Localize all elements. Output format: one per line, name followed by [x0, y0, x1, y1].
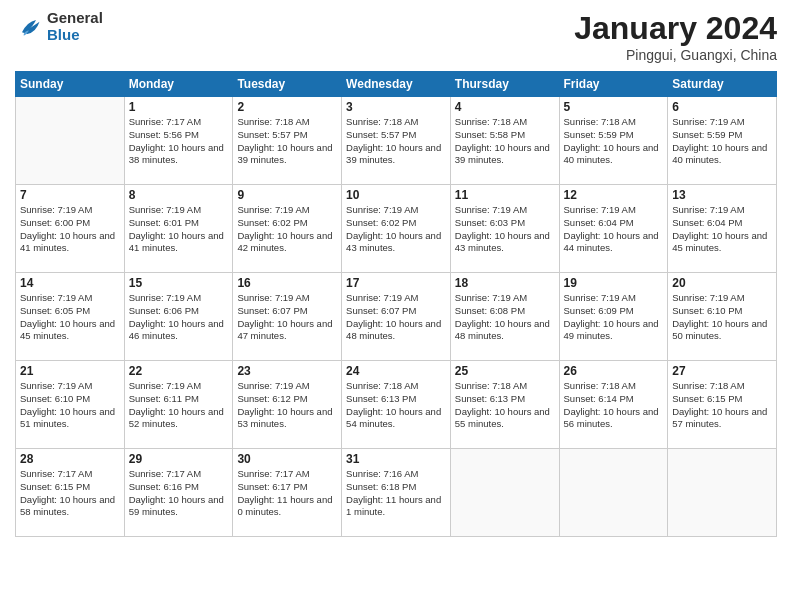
- day-number: 22: [129, 364, 229, 378]
- day-info: Sunrise: 7:17 AM Sunset: 6:15 PM Dayligh…: [20, 468, 120, 519]
- calendar-week-row: 1Sunrise: 7:17 AM Sunset: 5:56 PM Daylig…: [16, 97, 777, 185]
- day-info: Sunrise: 7:17 AM Sunset: 6:17 PM Dayligh…: [237, 468, 337, 519]
- calendar-cell: 9Sunrise: 7:19 AM Sunset: 6:02 PM Daylig…: [233, 185, 342, 273]
- logo-bird-icon: [15, 13, 43, 41]
- calendar-cell: 1Sunrise: 7:17 AM Sunset: 5:56 PM Daylig…: [124, 97, 233, 185]
- day-info: Sunrise: 7:19 AM Sunset: 6:08 PM Dayligh…: [455, 292, 555, 343]
- calendar-cell: [559, 449, 668, 537]
- day-info: Sunrise: 7:19 AM Sunset: 6:06 PM Dayligh…: [129, 292, 229, 343]
- calendar-cell: 23Sunrise: 7:19 AM Sunset: 6:12 PM Dayli…: [233, 361, 342, 449]
- calendar-cell: 28Sunrise: 7:17 AM Sunset: 6:15 PM Dayli…: [16, 449, 125, 537]
- day-number: 20: [672, 276, 772, 290]
- calendar-cell: 5Sunrise: 7:18 AM Sunset: 5:59 PM Daylig…: [559, 97, 668, 185]
- day-info: Sunrise: 7:18 AM Sunset: 5:59 PM Dayligh…: [564, 116, 664, 167]
- logo-text: General Blue: [47, 10, 103, 43]
- weekday-header-wednesday: Wednesday: [342, 72, 451, 97]
- calendar-cell: 10Sunrise: 7:19 AM Sunset: 6:02 PM Dayli…: [342, 185, 451, 273]
- day-info: Sunrise: 7:17 AM Sunset: 6:16 PM Dayligh…: [129, 468, 229, 519]
- day-info: Sunrise: 7:19 AM Sunset: 5:59 PM Dayligh…: [672, 116, 772, 167]
- day-number: 12: [564, 188, 664, 202]
- day-number: 25: [455, 364, 555, 378]
- day-number: 29: [129, 452, 229, 466]
- day-info: Sunrise: 7:19 AM Sunset: 6:05 PM Dayligh…: [20, 292, 120, 343]
- day-number: 28: [20, 452, 120, 466]
- logo-general-text: General: [47, 10, 103, 27]
- day-number: 15: [129, 276, 229, 290]
- calendar-cell: 30Sunrise: 7:17 AM Sunset: 6:17 PM Dayli…: [233, 449, 342, 537]
- day-info: Sunrise: 7:16 AM Sunset: 6:18 PM Dayligh…: [346, 468, 446, 519]
- day-info: Sunrise: 7:19 AM Sunset: 6:09 PM Dayligh…: [564, 292, 664, 343]
- day-number: 19: [564, 276, 664, 290]
- day-number: 30: [237, 452, 337, 466]
- day-info: Sunrise: 7:19 AM Sunset: 6:04 PM Dayligh…: [564, 204, 664, 255]
- calendar-cell: 12Sunrise: 7:19 AM Sunset: 6:04 PM Dayli…: [559, 185, 668, 273]
- calendar-cell: 14Sunrise: 7:19 AM Sunset: 6:05 PM Dayli…: [16, 273, 125, 361]
- calendar-week-row: 28Sunrise: 7:17 AM Sunset: 6:15 PM Dayli…: [16, 449, 777, 537]
- calendar-cell: 11Sunrise: 7:19 AM Sunset: 6:03 PM Dayli…: [450, 185, 559, 273]
- day-info: Sunrise: 7:18 AM Sunset: 6:14 PM Dayligh…: [564, 380, 664, 431]
- calendar-cell: 2Sunrise: 7:18 AM Sunset: 5:57 PM Daylig…: [233, 97, 342, 185]
- logo-blue-text: Blue: [47, 27, 103, 44]
- weekday-header-friday: Friday: [559, 72, 668, 97]
- day-number: 4: [455, 100, 555, 114]
- calendar-page: General Blue January 2024 Pinggui, Guang…: [0, 0, 792, 612]
- day-number: 9: [237, 188, 337, 202]
- day-number: 14: [20, 276, 120, 290]
- calendar-cell: [450, 449, 559, 537]
- calendar-cell: 31Sunrise: 7:16 AM Sunset: 6:18 PM Dayli…: [342, 449, 451, 537]
- calendar-location: Pinggui, Guangxi, China: [574, 47, 777, 63]
- calendar-cell: 6Sunrise: 7:19 AM Sunset: 5:59 PM Daylig…: [668, 97, 777, 185]
- calendar-cell: 15Sunrise: 7:19 AM Sunset: 6:06 PM Dayli…: [124, 273, 233, 361]
- day-number: 24: [346, 364, 446, 378]
- header: General Blue January 2024 Pinggui, Guang…: [15, 10, 777, 63]
- calendar-week-row: 7Sunrise: 7:19 AM Sunset: 6:00 PM Daylig…: [16, 185, 777, 273]
- weekday-header-tuesday: Tuesday: [233, 72, 342, 97]
- calendar-cell: 21Sunrise: 7:19 AM Sunset: 6:10 PM Dayli…: [16, 361, 125, 449]
- day-info: Sunrise: 7:19 AM Sunset: 6:10 PM Dayligh…: [672, 292, 772, 343]
- calendar-cell: 22Sunrise: 7:19 AM Sunset: 6:11 PM Dayli…: [124, 361, 233, 449]
- day-info: Sunrise: 7:18 AM Sunset: 6:15 PM Dayligh…: [672, 380, 772, 431]
- weekday-header-row: SundayMondayTuesdayWednesdayThursdayFrid…: [16, 72, 777, 97]
- calendar-cell: 26Sunrise: 7:18 AM Sunset: 6:14 PM Dayli…: [559, 361, 668, 449]
- day-info: Sunrise: 7:18 AM Sunset: 5:57 PM Dayligh…: [237, 116, 337, 167]
- day-number: 21: [20, 364, 120, 378]
- calendar-cell: 13Sunrise: 7:19 AM Sunset: 6:04 PM Dayli…: [668, 185, 777, 273]
- calendar-cell: [16, 97, 125, 185]
- calendar-cell: 19Sunrise: 7:19 AM Sunset: 6:09 PM Dayli…: [559, 273, 668, 361]
- day-number: 26: [564, 364, 664, 378]
- weekday-header-monday: Monday: [124, 72, 233, 97]
- day-number: 11: [455, 188, 555, 202]
- calendar-title: January 2024: [574, 10, 777, 47]
- day-info: Sunrise: 7:19 AM Sunset: 6:07 PM Dayligh…: [346, 292, 446, 343]
- calendar-cell: 16Sunrise: 7:19 AM Sunset: 6:07 PM Dayli…: [233, 273, 342, 361]
- weekday-header-sunday: Sunday: [16, 72, 125, 97]
- calendar-cell: 29Sunrise: 7:17 AM Sunset: 6:16 PM Dayli…: [124, 449, 233, 537]
- calendar-cell: 7Sunrise: 7:19 AM Sunset: 6:00 PM Daylig…: [16, 185, 125, 273]
- title-block: January 2024 Pinggui, Guangxi, China: [574, 10, 777, 63]
- weekday-header-saturday: Saturday: [668, 72, 777, 97]
- day-number: 2: [237, 100, 337, 114]
- day-info: Sunrise: 7:19 AM Sunset: 6:02 PM Dayligh…: [346, 204, 446, 255]
- day-info: Sunrise: 7:19 AM Sunset: 6:10 PM Dayligh…: [20, 380, 120, 431]
- calendar-week-row: 14Sunrise: 7:19 AM Sunset: 6:05 PM Dayli…: [16, 273, 777, 361]
- day-info: Sunrise: 7:17 AM Sunset: 5:56 PM Dayligh…: [129, 116, 229, 167]
- weekday-header-thursday: Thursday: [450, 72, 559, 97]
- day-number: 17: [346, 276, 446, 290]
- calendar-cell: 18Sunrise: 7:19 AM Sunset: 6:08 PM Dayli…: [450, 273, 559, 361]
- calendar-cell: 27Sunrise: 7:18 AM Sunset: 6:15 PM Dayli…: [668, 361, 777, 449]
- logo: General Blue: [15, 10, 103, 43]
- day-number: 10: [346, 188, 446, 202]
- day-info: Sunrise: 7:19 AM Sunset: 6:12 PM Dayligh…: [237, 380, 337, 431]
- calendar-cell: 17Sunrise: 7:19 AM Sunset: 6:07 PM Dayli…: [342, 273, 451, 361]
- calendar-table: SundayMondayTuesdayWednesdayThursdayFrid…: [15, 71, 777, 537]
- day-number: 16: [237, 276, 337, 290]
- day-number: 13: [672, 188, 772, 202]
- calendar-cell: 20Sunrise: 7:19 AM Sunset: 6:10 PM Dayli…: [668, 273, 777, 361]
- day-number: 23: [237, 364, 337, 378]
- day-number: 5: [564, 100, 664, 114]
- calendar-week-row: 21Sunrise: 7:19 AM Sunset: 6:10 PM Dayli…: [16, 361, 777, 449]
- calendar-cell: 3Sunrise: 7:18 AM Sunset: 5:57 PM Daylig…: [342, 97, 451, 185]
- calendar-cell: 24Sunrise: 7:18 AM Sunset: 6:13 PM Dayli…: [342, 361, 451, 449]
- day-info: Sunrise: 7:18 AM Sunset: 6:13 PM Dayligh…: [346, 380, 446, 431]
- day-number: 8: [129, 188, 229, 202]
